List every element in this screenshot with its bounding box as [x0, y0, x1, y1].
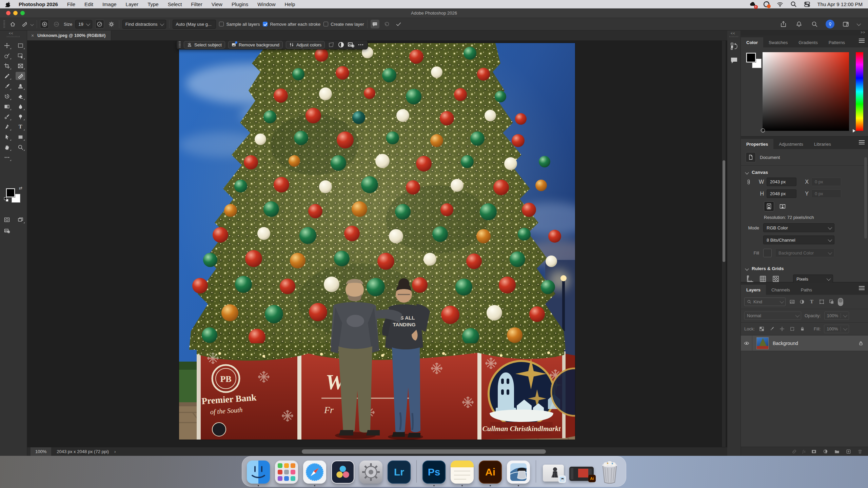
remove-background-button[interactable]: Remove background	[228, 41, 283, 48]
taskbar-grip[interactable]	[179, 41, 181, 48]
layer-lock-icon[interactable]	[859, 341, 863, 346]
search-icon[interactable]	[810, 20, 819, 28]
spot-healing-brush-tool[interactable]	[16, 72, 25, 80]
find-distractions-button[interactable]: Find distractions	[122, 20, 166, 29]
tab-swatches[interactable]: Swatches	[763, 37, 793, 47]
remove-after-each-stroke-checkbox[interactable]: Remove after each stroke	[263, 22, 320, 27]
panel-menu-icon[interactable]	[859, 286, 865, 290]
auto-mode-dropdown[interactable]: Auto (May use g...	[173, 20, 216, 29]
menu-edit[interactable]: Edit	[84, 1, 93, 7]
bit-depth-select[interactable]: 8 Bits/Channel	[763, 236, 834, 244]
zoom-level-field[interactable]: 100%	[31, 447, 51, 456]
shape-tool[interactable]	[16, 133, 25, 141]
clone-stamp-tool[interactable]	[16, 82, 25, 90]
panel-menu-icon[interactable]	[859, 140, 865, 144]
layer-row-background[interactable]: Background	[741, 336, 868, 351]
foreground-color-swatch[interactable]	[746, 53, 756, 62]
portrait-orientation-button[interactable]	[764, 201, 774, 211]
dock-trash[interactable]	[597, 459, 622, 484]
new-group-folder-icon[interactable]	[834, 448, 840, 455]
document-info[interactable]: 2043 px x 2048 px (72 ppi)	[51, 449, 114, 454]
saturation-brightness-field[interactable]	[763, 52, 849, 131]
edit-toolbar-button[interactable]	[2, 153, 12, 161]
collapse-strip-icon[interactable]: <<	[731, 32, 735, 35]
canvas-y-field[interactable]: 0 px	[811, 189, 841, 198]
foreground-color-swatch[interactable]	[6, 188, 15, 197]
options-grip[interactable]	[3, 20, 5, 28]
lock-artboard-icon[interactable]	[789, 326, 795, 332]
control-center-icon[interactable]	[804, 1, 810, 7]
tab-adjustments[interactable]: Adjustments	[773, 139, 809, 149]
lock-pixels-icon[interactable]	[768, 326, 775, 332]
workspace-layout-icon[interactable]	[841, 20, 850, 28]
tab-layers[interactable]: Layers	[741, 285, 766, 295]
menubar-app-name[interactable]: Photoshop 2026	[19, 1, 58, 7]
new-adjustment-layer-icon[interactable]	[822, 448, 829, 455]
hue-slider[interactable]	[856, 52, 863, 131]
select-subject-button[interactable]: Select subject	[184, 41, 225, 48]
eyedropper-tool[interactable]	[2, 72, 12, 80]
canvas-viewport[interactable]: Select subject Remove background Adjust …	[27, 41, 727, 447]
crop-tool[interactable]	[2, 62, 12, 70]
opacity-field[interactable]: 100%	[824, 311, 849, 320]
share-image-button[interactable]	[2, 226, 12, 235]
tab-channels[interactable]: Channels	[766, 285, 795, 295]
hand-tool[interactable]	[2, 143, 12, 151]
fill-mode-select[interactable]: Background Color	[775, 248, 834, 257]
collapse-toolbar-icon[interactable]: <<	[9, 32, 14, 35]
healing-tool-preset-icon[interactable]	[20, 20, 29, 28]
delete-layer-trash-icon[interactable]	[857, 448, 863, 455]
filter-type-layers-icon[interactable]: T	[808, 299, 815, 305]
tab-paths[interactable]: Paths	[795, 285, 817, 295]
menu-layer[interactable]: Layer	[126, 1, 139, 7]
filter-kind-select[interactable]: Kind	[744, 298, 786, 306]
reset-undo-icon[interactable]	[382, 20, 391, 28]
menu-window[interactable]: Window	[257, 1, 275, 7]
commit-check-icon[interactable]	[394, 20, 403, 28]
create-new-layer-checkbox[interactable]: Create new layer	[323, 22, 364, 27]
add-to-selection-button[interactable]	[40, 20, 49, 28]
color-mode-select[interactable]: RGB Color	[763, 223, 834, 232]
add-image-icon[interactable]	[348, 41, 354, 48]
workspace-chevron-icon[interactable]	[857, 21, 861, 26]
eraser-tool[interactable]	[16, 92, 25, 100]
dock-minimized-window-photo[interactable]	[541, 459, 566, 484]
mixer-brush-tool[interactable]	[2, 113, 12, 121]
menu-plugins[interactable]: Plugins	[232, 1, 248, 7]
rulers-grids-header[interactable]: Rulers & Grids	[741, 261, 868, 273]
filter-shape-layers-icon[interactable]	[818, 299, 825, 305]
add-layer-mask-icon[interactable]	[811, 448, 817, 455]
tab-gradients[interactable]: Gradients	[793, 37, 823, 47]
menu-select[interactable]: Select	[168, 1, 182, 7]
layer-name[interactable]: Background	[773, 341, 859, 346]
menu-file[interactable]: File	[67, 1, 75, 7]
rectangular-marquee-tool[interactable]	[16, 41, 25, 49]
new-layer-icon[interactable]	[845, 448, 852, 455]
canvas-x-field[interactable]: 0 px	[811, 178, 841, 186]
zoom-tool[interactable]	[16, 143, 25, 151]
window-titlebar[interactable]: Adobe Photoshop 2026	[0, 8, 868, 18]
feedback-comment-icon[interactable]	[371, 20, 379, 28]
document-tab[interactable]: × Unknown.jpeg @ 100% (RGB/8#)	[27, 30, 111, 40]
horizontal-scrollbar-thumb[interactable]	[302, 449, 546, 454]
selection-brush-tool[interactable]	[2, 52, 12, 60]
dock-launchpad[interactable]	[274, 459, 299, 484]
history-brush-tool[interactable]	[2, 92, 12, 100]
menubar-clock[interactable]: Thu Apr 9 12:00 PM	[817, 1, 863, 7]
vertical-scrollbar[interactable]	[722, 41, 726, 447]
preset-chevron-icon[interactable]	[30, 22, 34, 26]
pressure-size-button[interactable]	[95, 20, 104, 28]
landscape-orientation-button[interactable]	[777, 201, 788, 211]
menu-type[interactable]: Type	[147, 1, 159, 7]
swap-colors-icon[interactable]: ⇄	[19, 186, 22, 190]
tab-patterns[interactable]: Patterns	[823, 37, 850, 47]
strip-grip[interactable]	[729, 36, 739, 37]
blur-tool[interactable]	[16, 102, 25, 110]
dock-davinci-resolve[interactable]	[331, 459, 355, 484]
wifi-icon[interactable]	[777, 1, 783, 7]
close-tab-icon[interactable]: ×	[31, 33, 34, 38]
lock-all-icon[interactable]	[799, 326, 806, 332]
move-tool[interactable]	[2, 41, 12, 49]
frame-tool[interactable]	[16, 62, 25, 70]
dock-illustrator[interactable]: Ai	[478, 459, 502, 484]
